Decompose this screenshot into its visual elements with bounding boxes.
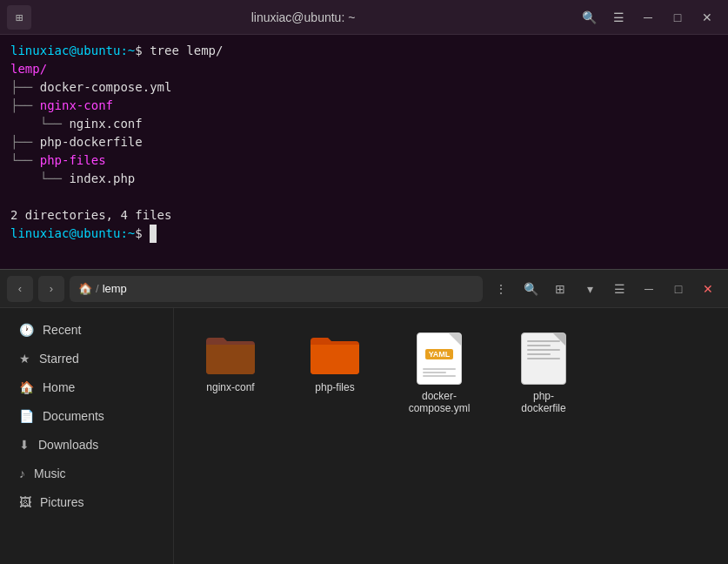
terminal-line-7: └── php-files bbox=[10, 151, 718, 170]
search-button[interactable]: 🔍 bbox=[575, 3, 603, 31]
yaml-line-2 bbox=[423, 372, 446, 373]
downloads-icon: ⬇ bbox=[19, 438, 30, 452]
folder-svg-2 bbox=[309, 332, 361, 376]
sidebar-item-pictures-label: Pictures bbox=[40, 495, 84, 509]
terminal-window-controls: 🔍 ☰ ─ □ ✕ bbox=[575, 3, 721, 31]
nginx-conf-folder-icon bbox=[204, 332, 257, 376]
file-line-1 bbox=[527, 340, 560, 342]
fm-view-options-button[interactable]: ▾ bbox=[577, 276, 603, 302]
php-files-folder-icon bbox=[309, 332, 361, 376]
sidebar-item-documents[interactable]: 📄 Documents bbox=[5, 402, 168, 430]
yaml-badge: YAML bbox=[425, 349, 454, 359]
docker-compose-label: docker-compose.yml bbox=[407, 390, 471, 414]
terminal-cursor bbox=[150, 225, 157, 243]
fm-close-button[interactable]: ✕ bbox=[695, 276, 721, 302]
terminal-dir-php-files: php-files bbox=[40, 153, 106, 167]
sidebar-item-starred[interactable]: ★ Starred bbox=[5, 345, 168, 373]
breadcrumb-separator-1: / bbox=[96, 282, 99, 295]
sidebar-item-home[interactable]: 🏠 Home bbox=[5, 373, 168, 401]
folder-svg bbox=[204, 332, 257, 376]
yaml-line-3 bbox=[423, 375, 456, 377]
home-sidebar-icon: 🏠 bbox=[19, 380, 34, 394]
fm-back-button[interactable]: ‹ bbox=[7, 276, 33, 302]
terminal-line-5: └── nginx.conf bbox=[10, 115, 718, 133]
terminal-line-2: lemp/ bbox=[10, 60, 718, 78]
sidebar-item-recent[interactable]: 🕐 Recent bbox=[5, 316, 168, 344]
home-icon: 🏠 bbox=[78, 282, 92, 295]
fm-view-list-button[interactable]: ⊞ bbox=[547, 276, 573, 302]
minimize-button[interactable]: ─ bbox=[634, 3, 662, 31]
fm-toolbar-right: ⋮ 🔍 ⊞ ▾ ☰ ─ □ ✕ bbox=[488, 276, 721, 302]
sidebar-item-downloads[interactable]: ⬇ Downloads bbox=[5, 431, 168, 459]
terminal-prompt-user: linuxiac@ubuntu: bbox=[10, 44, 128, 57]
music-icon: ♪ bbox=[19, 467, 25, 480]
menu-button[interactable]: ☰ bbox=[604, 3, 632, 31]
file-item-nginx-conf[interactable]: nginx-conf bbox=[191, 326, 270, 400]
yaml-file-icon: YAML bbox=[417, 332, 462, 385]
terminal-dir-nginx-conf: nginx-conf bbox=[40, 98, 113, 112]
fm-body: 🕐 Recent ★ Starred 🏠 Home 📄 Documents ⬇ … bbox=[0, 308, 728, 564]
fm-maximize-button[interactable]: □ bbox=[665, 276, 691, 302]
terminal-line-10: 2 directories, 4 files bbox=[10, 206, 718, 225]
yaml-lines bbox=[417, 366, 461, 379]
plain-file-icon bbox=[521, 332, 566, 385]
fm-breadcrumb: 🏠 / lemp bbox=[70, 276, 483, 302]
maximize-button[interactable]: □ bbox=[664, 3, 691, 31]
close-button[interactable]: ✕ bbox=[693, 3, 721, 31]
terminal-line-11: linuxiac@ubuntu:~$ bbox=[10, 225, 718, 243]
file-item-docker-compose[interactable]: YAML docker-compose.yml bbox=[400, 326, 478, 421]
terminal-file-compose: docker-compose.yml bbox=[40, 80, 172, 94]
pictures-icon: 🖼 bbox=[19, 495, 31, 509]
fm-sidebar: 🕐 Recent ★ Starred 🏠 Home 📄 Documents ⬇ … bbox=[0, 308, 174, 564]
fm-search-button[interactable]: 🔍 bbox=[518, 276, 544, 302]
terminal-title: linuxiac@ubuntu: ~ bbox=[251, 10, 356, 24]
fm-menu-dots-button[interactable]: ⋮ bbox=[488, 276, 514, 302]
file-item-php-dockerfile[interactable]: php-dockerfile bbox=[504, 326, 583, 421]
fm-sidebar-toggle-button[interactable]: ☰ bbox=[606, 276, 632, 302]
terminal-window: ⊞ linuxiac@ubuntu: ~ 🔍 ☰ ─ □ ✕ linuxiac@… bbox=[0, 0, 728, 270]
terminal-line-6: ├── php-dockerfile bbox=[10, 133, 718, 151]
fm-titlebar: ‹ › 🏠 / lemp ⋮ 🔍 ⊞ ▾ ☰ ─ □ ✕ bbox=[0, 270, 728, 308]
breadcrumb-current: lemp bbox=[103, 282, 127, 295]
sidebar-item-downloads-label: Downloads bbox=[38, 438, 98, 452]
terminal-file-dockerfile: php-dockerfile bbox=[40, 135, 143, 149]
yaml-line-1 bbox=[423, 368, 456, 370]
file-manager-window: ‹ › 🏠 / lemp ⋮ 🔍 ⊞ ▾ ☰ ─ □ ✕ 🕐 Recent ★ bbox=[0, 270, 728, 564]
terminal-line-1: linuxiac@ubuntu:~$ tree lemp/ bbox=[10, 42, 718, 60]
fm-minimize-button[interactable]: ─ bbox=[636, 276, 662, 302]
sidebar-item-home-label: Home bbox=[43, 380, 75, 394]
terminal-prompt2-user: linuxiac@ubuntu: bbox=[10, 226, 128, 240]
terminal-line-4: ├── nginx-conf bbox=[10, 97, 718, 115]
file-line-5 bbox=[527, 358, 560, 359]
php-files-label: php-files bbox=[315, 381, 354, 393]
terminal-cursor-line: $ bbox=[135, 226, 150, 240]
terminal-content: linuxiac@ubuntu:~$ tree lemp/ lemp/ ├── … bbox=[0, 35, 728, 269]
file-line-4 bbox=[527, 353, 551, 355]
file-line-3 bbox=[527, 349, 560, 351]
sidebar-item-recent-label: Recent bbox=[43, 323, 81, 337]
starred-icon: ★ bbox=[19, 352, 30, 366]
terminal-summary: 2 directories, 4 files bbox=[10, 208, 171, 222]
terminal-line-3: ├── docker-compose.yml bbox=[10, 78, 718, 97]
sidebar-item-music-label: Music bbox=[34, 467, 66, 480]
fm-content: nginx-conf php-files YAML bbox=[174, 308, 728, 564]
nginx-conf-label: nginx-conf bbox=[206, 381, 254, 393]
terminal-file-nginx-conf: nginx.conf bbox=[69, 117, 142, 131]
fm-forward-button[interactable]: › bbox=[38, 276, 64, 302]
terminal-app-icon: ⊞ bbox=[7, 5, 31, 30]
file-line-2 bbox=[527, 345, 551, 346]
terminal-line-8: └── index.php bbox=[10, 170, 718, 188]
file-item-php-files[interactable]: php-files bbox=[296, 326, 374, 400]
terminal-file-index: index.php bbox=[69, 171, 135, 185]
documents-icon: 📄 bbox=[19, 409, 34, 423]
terminal-line-9 bbox=[10, 188, 718, 206]
terminal-dir-lemp: lemp/ bbox=[10, 62, 47, 76]
php-dockerfile-label: php-dockerfile bbox=[511, 390, 576, 414]
sidebar-item-starred-label: Starred bbox=[39, 352, 79, 366]
terminal-command: $ tree lemp/ bbox=[135, 44, 223, 57]
terminal-titlebar: ⊞ linuxiac@ubuntu: ~ 🔍 ☰ ─ □ ✕ bbox=[0, 0, 728, 35]
sidebar-item-documents-label: Documents bbox=[43, 409, 104, 423]
recent-icon: 🕐 bbox=[19, 323, 34, 337]
sidebar-item-music[interactable]: ♪ Music bbox=[5, 460, 168, 487]
sidebar-item-pictures[interactable]: 🖼 Pictures bbox=[5, 488, 168, 516]
